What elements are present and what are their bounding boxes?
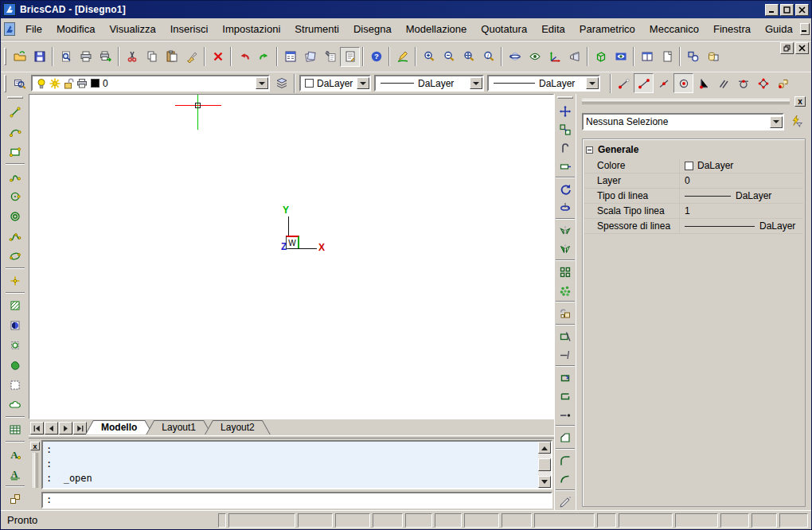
array-button[interactable] bbox=[556, 263, 575, 281]
break-button[interactable] bbox=[556, 405, 575, 423]
dropdown-arrow-icon[interactable] bbox=[256, 77, 268, 89]
format-brush-button[interactable] bbox=[182, 47, 201, 67]
rotate-3d-button[interactable] bbox=[556, 198, 575, 216]
spline-button[interactable] bbox=[5, 226, 25, 246]
layers-stack-button[interactable] bbox=[271, 73, 291, 93]
close-button[interactable] bbox=[795, 4, 809, 16]
menu-modifica[interactable]: Modifica bbox=[49, 20, 102, 38]
snap-center-button[interactable] bbox=[673, 73, 693, 93]
property-value[interactable]: DaLayer bbox=[680, 158, 803, 173]
property-value[interactable]: 0 bbox=[680, 173, 803, 188]
collapse-icon[interactable] bbox=[586, 146, 593, 154]
selection-combo[interactable]: Nessuna Selezione bbox=[582, 113, 784, 131]
property-value[interactable]: 1 bbox=[680, 204, 803, 218]
zoom-previous-button[interactable]: f bbox=[478, 47, 498, 67]
copy-button[interactable] bbox=[142, 47, 162, 67]
hatch-button[interactable] bbox=[5, 295, 25, 315]
property-row-colore[interactable]: ColoreDaLayer bbox=[584, 158, 803, 173]
open-poly-button[interactable] bbox=[556, 387, 575, 405]
tile-windows-button[interactable] bbox=[637, 47, 657, 67]
snap-midpoint-button[interactable] bbox=[634, 73, 654, 93]
block-button[interactable] bbox=[5, 489, 25, 509]
dropdown-arrow-icon[interactable] bbox=[470, 77, 482, 89]
extend-button[interactable] bbox=[556, 345, 575, 364]
array-3d-button[interactable] bbox=[556, 281, 575, 299]
command-scrollbar[interactable] bbox=[538, 442, 551, 488]
quick-select-button[interactable] bbox=[787, 113, 806, 131]
tab-prev-button[interactable] bbox=[45, 422, 58, 435]
toolbar-grip[interactable] bbox=[4, 48, 6, 65]
orbit-button[interactable] bbox=[505, 47, 525, 67]
chamfer-button[interactable] bbox=[556, 428, 575, 446]
menu-quotatura[interactable]: Quotatura bbox=[474, 20, 534, 38]
color-combo[interactable]: DaLayer bbox=[299, 75, 371, 92]
scroll-down-icon[interactable] bbox=[538, 476, 551, 488]
redo-button[interactable] bbox=[254, 47, 274, 67]
drawing-explorer-button[interactable] bbox=[280, 47, 300, 67]
zoom-window-button[interactable] bbox=[459, 47, 478, 67]
zoom-out-button[interactable] bbox=[439, 47, 459, 67]
help-button[interactable]: ? bbox=[366, 47, 386, 67]
panel-grip[interactable] bbox=[582, 99, 790, 104]
fillet-arc-button[interactable] bbox=[556, 470, 575, 488]
boundary-button[interactable] bbox=[5, 355, 25, 375]
tab-layout2[interactable]: Layout2 bbox=[205, 420, 271, 435]
toolbar-grip[interactable] bbox=[4, 75, 6, 92]
delete-button[interactable] bbox=[208, 47, 228, 67]
table-button[interactable] bbox=[5, 419, 25, 439]
close-poly-button[interactable] bbox=[556, 368, 575, 387]
snap-tangent-button[interactable] bbox=[733, 73, 753, 93]
menu-edita[interactable]: Edita bbox=[534, 20, 572, 38]
copy-ent-button[interactable] bbox=[556, 120, 575, 138]
ucs-button[interactable] bbox=[545, 47, 564, 67]
trim-button[interactable] bbox=[556, 327, 575, 345]
mirror-button[interactable] bbox=[556, 221, 575, 240]
mdi-close-button[interactable] bbox=[795, 42, 809, 54]
tab-first-button[interactable] bbox=[30, 422, 44, 435]
menu-impostazioni[interactable]: Impostazioni bbox=[215, 20, 287, 38]
layer-combo[interactable]: 0 bbox=[31, 75, 270, 92]
layers-button[interactable] bbox=[300, 47, 320, 67]
dropdown-arrow-icon[interactable] bbox=[586, 77, 599, 89]
drawing-canvas[interactable]: Y W Z X bbox=[29, 94, 554, 419]
maximize-button[interactable] bbox=[780, 4, 794, 16]
text-button[interactable]: A bbox=[5, 444, 25, 464]
move-button[interactable] bbox=[556, 102, 575, 120]
property-row-scala-tipo-linea[interactable]: Scala Tipo linea1 bbox=[584, 204, 803, 219]
explode-button[interactable] bbox=[556, 493, 575, 510]
line-button[interactable] bbox=[5, 102, 25, 122]
fillet-button[interactable] bbox=[556, 451, 575, 470]
print-preview-button[interactable] bbox=[56, 47, 76, 67]
property-row-layer[interactable]: Layer0 bbox=[584, 173, 803, 189]
snap-endpoint-button[interactable] bbox=[614, 73, 634, 93]
menu-parametrico[interactable]: Parametrico bbox=[572, 20, 642, 38]
save-button[interactable] bbox=[29, 47, 49, 67]
tab-layout1[interactable]: Layout1 bbox=[146, 420, 212, 435]
toolbar-grip[interactable] bbox=[557, 96, 573, 99]
redline-button[interactable] bbox=[392, 47, 412, 67]
undo-button[interactable] bbox=[234, 47, 254, 67]
look-button[interactable] bbox=[525, 47, 545, 67]
box-3d-button[interactable] bbox=[591, 47, 611, 67]
polyline-button[interactable] bbox=[5, 166, 25, 186]
dropdown-arrow-icon[interactable] bbox=[770, 116, 783, 128]
scrollbar-track[interactable] bbox=[538, 454, 551, 476]
menu-modellazione[interactable]: Modellazione bbox=[399, 20, 474, 38]
property-value[interactable]: DaLayer bbox=[680, 219, 803, 233]
document-icon[interactable] bbox=[4, 22, 15, 36]
property-row-spessore-di-linea[interactable]: Spessore di lineaDaLayer bbox=[584, 219, 803, 234]
print-button[interactable] bbox=[76, 47, 96, 67]
menu-finestra[interactable]: Finestra bbox=[706, 20, 758, 38]
circle-button[interactable] bbox=[5, 186, 25, 206]
tab-last-button[interactable] bbox=[73, 422, 87, 435]
new-window-button[interactable] bbox=[657, 47, 677, 67]
cut-button[interactable] bbox=[122, 47, 142, 67]
menu-visualizza[interactable]: Visualizza bbox=[102, 20, 162, 38]
menu-inserisci[interactable]: Inserisci bbox=[163, 20, 216, 38]
rotate-button[interactable] bbox=[556, 180, 575, 198]
lineweight-combo[interactable]: DaLayer bbox=[487, 75, 600, 92]
mirror-3d-button[interactable] bbox=[556, 240, 575, 258]
gradient-button[interactable] bbox=[5, 315, 25, 335]
stretch-button[interactable] bbox=[556, 157, 575, 175]
ellipse-button[interactable] bbox=[5, 246, 25, 266]
